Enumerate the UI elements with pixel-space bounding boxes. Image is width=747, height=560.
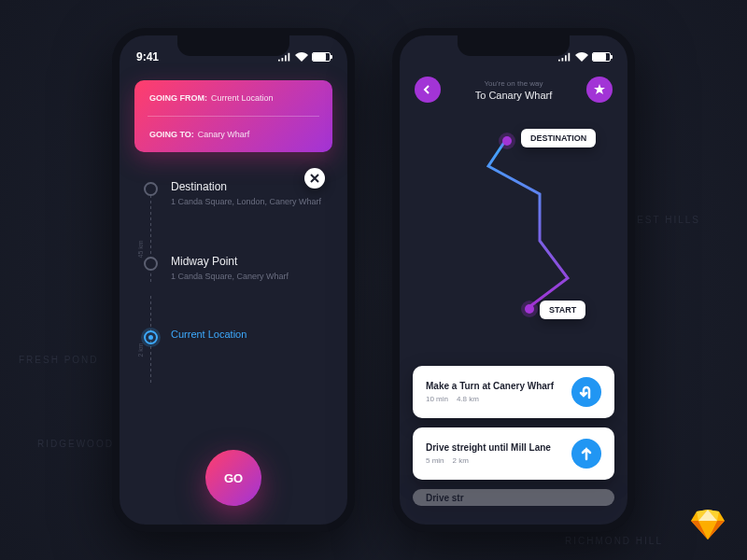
route-from-label: GOING FROM: (149, 93, 207, 103)
back-button[interactable] (415, 77, 441, 103)
phone-navigation: You're on the way To Canary Wharf DESTIN… (392, 28, 635, 532)
route-path (400, 110, 627, 353)
waypoint-dot-icon (144, 182, 158, 196)
go-button[interactable]: GO (205, 450, 261, 506)
sketch-logo-icon (689, 506, 726, 543)
waypoint-distance: 2 km (137, 343, 144, 357)
wifi-icon (295, 52, 308, 62)
phone-notch (177, 35, 289, 56)
waypoints-list: 45 km 2 km Destination 1 Canda Square, L… (144, 180, 323, 344)
route-input-card[interactable]: GOING FROM: Current Location GOING TO: C… (134, 80, 332, 152)
phone-notch (458, 35, 570, 56)
route-to-value: Canary Wharf (198, 130, 250, 139)
phone-route-input: 9:41 GOING FROM: Current Location GOING … (112, 28, 355, 532)
nav-title: To Canary Wharf (441, 90, 586, 101)
direction-card[interactable]: Make a Turn at Canery Wharf 10 min 4.8 k… (413, 366, 614, 418)
uturn-icon (571, 377, 601, 407)
direction-text: Make a Turn at Canery Wharf (426, 381, 554, 391)
map-view[interactable]: DESTINATION START (400, 110, 627, 353)
direction-meta: 10 min 4.8 km (426, 395, 554, 403)
destination-marker-icon (502, 136, 512, 146)
waypoint-midway[interactable]: Midway Point 1 Canda Square, Canery Whar… (144, 255, 323, 283)
battery-icon (592, 52, 611, 62)
wifi-icon (575, 52, 588, 62)
waypoint-dot-icon (144, 257, 158, 271)
direction-card[interactable]: Drive streight until Mill Lane 5 min 2 k… (413, 427, 614, 480)
bg-label: RICHMOND HILL (565, 536, 663, 546)
nav-header: You're on the way To Canary Wharf (400, 67, 627, 110)
directions-list[interactable]: Make a Turn at Canery Wharf 10 min 4.8 k… (400, 366, 627, 525)
direction-text: Drive streight until Mill Lane (426, 442, 551, 453)
waypoint-distance: 45 km (137, 240, 144, 258)
start-marker-icon (525, 304, 534, 314)
straight-arrow-icon (571, 439, 601, 469)
go-button-label: GO (224, 471, 243, 485)
route-from-row[interactable]: GOING FROM: Current Location (134, 80, 332, 116)
start-pill[interactable]: START (540, 301, 585, 319)
direction-meta: 5 min 2 km (426, 456, 551, 465)
direction-card[interactable]: Drive str (413, 489, 614, 506)
waypoint-destination[interactable]: Destination 1 Canda Square, London, Cane… (144, 180, 323, 208)
waypoint-subtitle: 1 Canda Square, London, Canery Wharf (171, 196, 321, 208)
route-from-value: Current Location (211, 93, 274, 103)
waypoint-subtitle: 1 Canda Square, Canery Wharf (171, 271, 289, 283)
chevron-left-icon (423, 85, 432, 94)
star-icon (594, 84, 605, 95)
nav-subtitle: You're on the way (441, 79, 586, 88)
waypoint-title: Midway Point (171, 255, 289, 268)
favorite-button[interactable] (586, 77, 613, 103)
current-location-dot-icon (144, 330, 158, 344)
destination-pill[interactable]: DESTINATION (521, 129, 596, 147)
route-to-label: GOING TO: (149, 130, 194, 139)
direction-text: Drive str (426, 493, 464, 503)
route-to-row[interactable]: GOING TO: Canary Wharf (134, 117, 332, 152)
battery-icon (312, 52, 331, 62)
waypoint-current-label: Current Location (171, 329, 247, 344)
status-time: 9:41 (136, 50, 159, 63)
waypoint-title: Destination (171, 180, 321, 193)
waypoint-current[interactable]: Current Location (144, 329, 323, 344)
